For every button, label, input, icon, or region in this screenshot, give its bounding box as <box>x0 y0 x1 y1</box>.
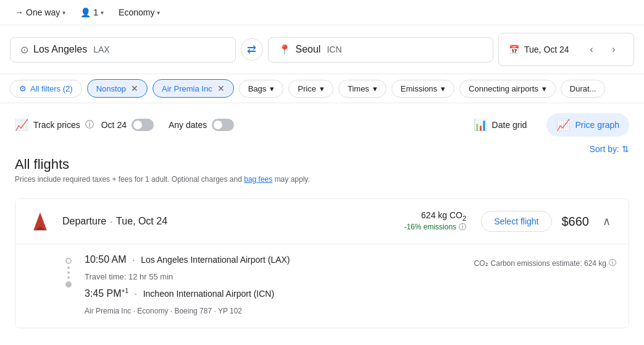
date-nav: ‹ › <box>582 40 624 59</box>
timeline-dot-3 <box>67 276 70 279</box>
track-row: 📈 Track prices ⓘ Oct 24 Any dates 📊 Date… <box>0 103 644 147</box>
departure-label: Departure <box>62 216 106 227</box>
price-chevron: ▾ <box>320 84 324 93</box>
passengers-selector[interactable]: 👤 1 ▾ <box>75 5 109 20</box>
arrow-right-icon: → <box>15 7 23 17</box>
all-flights-title: All flights <box>15 156 310 172</box>
origin-icon: ⊙ <box>20 44 28 56</box>
any-dates-label: Any dates <box>169 120 207 130</box>
price-graph-icon: 📈 <box>556 118 570 132</box>
flight-timeline <box>62 254 75 315</box>
trip-type-label: One way <box>26 7 60 17</box>
airline-info-row: Air Premia Inc · Economy · Boeing 787 · … <box>85 307 474 315</box>
destination-code: ICN <box>327 45 341 54</box>
timeline-dot-1 <box>67 266 70 269</box>
track-prices-info-icon[interactable]: ⓘ <box>85 119 94 130</box>
departure-dot: · <box>110 216 112 226</box>
any-dates-toggle[interactable] <box>212 119 234 131</box>
cabin-selector[interactable]: Economy ▾ <box>114 5 165 20</box>
flights-subtitle: Prices include required taxes + fees for… <box>15 175 310 184</box>
nonstop-filter-button[interactable]: Nonstop ✕ <box>87 79 148 98</box>
connecting-airports-chevron: ▾ <box>542 84 546 93</box>
track-prices-icon: 📈 <box>15 118 28 132</box>
carbon-info-icon[interactable]: ⓘ <box>609 258 616 268</box>
destination-icon: 📍 <box>278 44 291 56</box>
next-date-button[interactable]: › <box>604 40 624 59</box>
view-options: 📊 Date grid 📈 Price graph <box>464 113 629 137</box>
price-filter-button[interactable]: Price ▾ <box>288 80 333 98</box>
filter-icon: ⚙ <box>19 84 27 93</box>
departure-airport: Los Angeles International Airport (LAX) <box>141 255 290 265</box>
calendar-icon: 📅 <box>509 45 519 54</box>
sort-section: Sort by: ⇅ <box>590 144 629 154</box>
bag-fees-link[interactable]: bag fees <box>244 175 272 184</box>
sort-by-button[interactable]: Sort by: ⇅ <box>590 144 629 154</box>
date-grid-button[interactable]: 📊 Date grid <box>464 113 537 137</box>
destination-name: Seoul <box>296 44 321 55</box>
all-filters-button[interactable]: ⚙ All filters (2) <box>10 80 82 98</box>
emissions-badge: -16% emissions ⓘ <box>404 222 466 232</box>
departure-dot-marker <box>65 258 72 264</box>
select-flight-button[interactable]: Select flight <box>481 211 551 232</box>
air-premia-remove-icon[interactable]: ✕ <box>217 83 225 93</box>
emissions-label: Emissions <box>401 84 437 93</box>
duration-filter-button[interactable]: Durat... <box>561 80 606 98</box>
any-dates-section: Any dates <box>169 119 234 131</box>
swap-button[interactable]: ⇄ <box>241 38 263 61</box>
flight-departure-info: Departure · Tue, Oct 24 <box>62 216 167 227</box>
co2-amount-row: 624 kg CO2 <box>421 210 466 222</box>
nonstop-remove-icon[interactable]: ✕ <box>131 83 138 93</box>
origin-name: Los Angeles <box>33 44 87 55</box>
arrival-separator: · <box>135 289 137 299</box>
timeline-dots <box>67 264 70 281</box>
airline-logo <box>28 209 52 234</box>
track-date-toggle[interactable] <box>132 119 154 131</box>
flight-price: $660 <box>562 215 590 229</box>
co2-subscript: 2 <box>462 215 466 222</box>
all-flights-section: All flights Prices include required taxe… <box>0 147 644 194</box>
airline-logo-svg <box>29 210 51 232</box>
search-row: ⊙ Los Angeles LAX ⇄ 📍 Seoul ICN 📅 Tue, O… <box>0 25 644 74</box>
trip-type-selector[interactable]: → One way ▾ <box>10 5 70 20</box>
destination-field[interactable]: 📍 Seoul ICN <box>268 37 494 62</box>
air-premia-filter-button[interactable]: Air Premia Inc ✕ <box>153 79 234 98</box>
track-prices-section: 📈 Track prices ⓘ Oct 24 <box>15 118 154 132</box>
arrival-stop: 3:45 PM+1 · Incheon International Airpor… <box>85 288 474 299</box>
origin-code: LAX <box>93 45 109 54</box>
expand-button[interactable]: ∧ <box>596 211 616 231</box>
price-graph-button[interactable]: 📈 Price graph <box>546 113 629 137</box>
times-label: Times <box>348 84 369 93</box>
bags-chevron: ▾ <box>270 84 274 93</box>
connecting-airports-label: Connecting airports <box>469 84 538 93</box>
co2-section: 624 kg CO2 -16% emissions ⓘ <box>404 210 466 232</box>
bags-filter-button[interactable]: Bags ▾ <box>239 80 284 98</box>
track-prices-label: Track prices <box>33 120 80 130</box>
trip-type-chevron: ▾ <box>62 9 65 16</box>
passengers-label: 1 <box>93 7 98 17</box>
track-date-slider <box>132 119 154 131</box>
emissions-text: -16% emissions <box>404 223 456 231</box>
departure-stop: 10:50 AM · Los Angeles International Air… <box>85 254 474 265</box>
sort-label: Sort by: <box>590 144 619 154</box>
date-field[interactable]: 📅 Tue, Oct 24 ‹ › <box>498 33 634 66</box>
any-dates-slider <box>212 119 234 131</box>
prev-date-button[interactable]: ‹ <box>582 40 601 59</box>
flight-card: Departure · Tue, Oct 24 624 kg CO2 -16% … <box>15 198 629 328</box>
arrival-dot-marker <box>65 281 72 288</box>
connecting-airports-filter-button[interactable]: Connecting airports ▾ <box>459 80 556 98</box>
flight-card-header[interactable]: Departure · Tue, Oct 24 624 kg CO2 -16% … <box>15 199 629 244</box>
person-icon: 👤 <box>80 7 91 17</box>
emissions-info-icon[interactable]: ⓘ <box>459 222 466 232</box>
flights-subtitle-text: Prices include required taxes + fees for… <box>15 175 242 184</box>
departure-separator: · <box>133 255 135 265</box>
times-filter-button[interactable]: Times ▾ <box>338 80 387 98</box>
departure-date: Tue, Oct 24 <box>116 216 167 227</box>
filter-row: ⚙ All filters (2) Nonstop ✕ Air Premia I… <box>0 74 644 103</box>
price-graph-label: Price graph <box>575 120 619 130</box>
cabin-chevron: ▾ <box>157 9 160 16</box>
origin-field[interactable]: ⊙ Los Angeles LAX <box>10 37 236 62</box>
carbon-estimate-section: CO₂ Carbon emissions estimate: 624 kg ⓘ <box>474 254 616 268</box>
travel-time: Travel time: 12 hr 55 min <box>85 272 173 281</box>
timeline-dot-2 <box>67 271 70 274</box>
emissions-filter-button[interactable]: Emissions ▾ <box>391 80 454 98</box>
